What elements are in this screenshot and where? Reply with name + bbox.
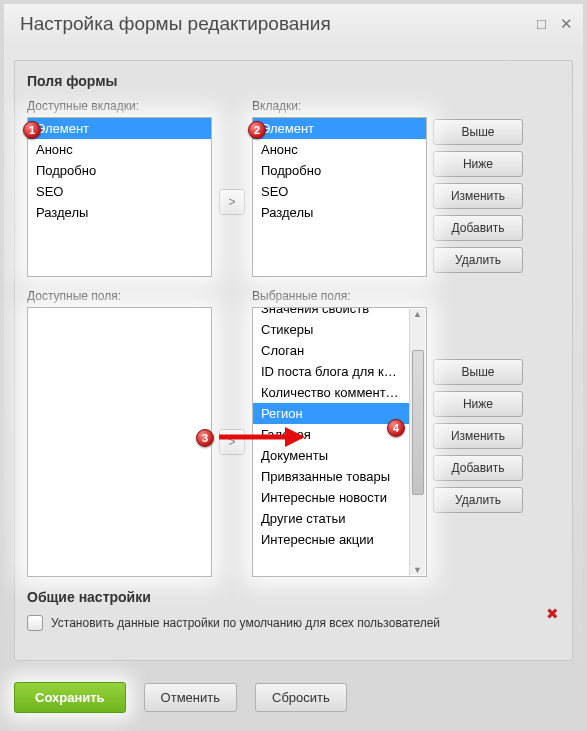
default-checkbox[interactable] bbox=[27, 615, 43, 631]
delete-button-2[interactable]: Удалить bbox=[433, 487, 523, 513]
available-fields-listbox[interactable] bbox=[27, 307, 212, 577]
move-right-button-2[interactable]: > bbox=[219, 429, 245, 455]
close-icon[interactable]: ✕ bbox=[560, 15, 573, 33]
edit-button-2[interactable]: Изменить bbox=[433, 423, 523, 449]
up-button[interactable]: Выше bbox=[433, 119, 523, 145]
tabs-row: Доступные вкладки: ЭлементАнонсПодробноS… bbox=[27, 99, 560, 277]
fields-heading: Поля формы bbox=[27, 73, 560, 89]
titlebar: Настройка формы редактирования □ ✕ bbox=[4, 4, 583, 44]
footer-buttons: Сохранить Отменить Сбросить bbox=[14, 682, 347, 713]
reset-button[interactable]: Сбросить bbox=[255, 683, 347, 712]
list-item[interactable]: ID поста блога для комм bbox=[253, 361, 409, 382]
list-item[interactable]: Подробно bbox=[28, 160, 211, 181]
up-button-2[interactable]: Выше bbox=[433, 359, 523, 385]
available-tabs-label: Доступные вкладки: bbox=[27, 99, 212, 113]
edit-button[interactable]: Изменить bbox=[433, 183, 523, 209]
move-right-button[interactable]: > bbox=[219, 189, 245, 215]
available-tabs-listbox[interactable]: ЭлементАнонсПодробноSEOРазделы bbox=[27, 117, 212, 277]
maximize-icon[interactable]: □ bbox=[537, 15, 546, 33]
save-button[interactable]: Сохранить bbox=[14, 682, 126, 713]
list-item[interactable]: Элемент bbox=[28, 118, 211, 139]
list-item[interactable]: Количество комментари bbox=[253, 382, 409, 403]
list-item[interactable]: Элемент bbox=[253, 118, 426, 139]
list-item[interactable]: SEO bbox=[253, 181, 426, 202]
marker-4: 4 bbox=[387, 419, 405, 437]
add-button[interactable]: Добавить bbox=[433, 215, 523, 241]
available-fields-label: Доступные поля: bbox=[27, 289, 212, 303]
list-item[interactable]: Анонс bbox=[28, 139, 211, 160]
dialog-content: Поля формы Доступные вкладки: ЭлементАно… bbox=[14, 60, 573, 661]
selected-fields-listbox[interactable]: ▲ ▼ Значения свойствСтикерыСлоганID пост… bbox=[252, 307, 427, 577]
list-item[interactable]: Привязанные товары bbox=[253, 466, 409, 487]
list-item[interactable]: Стикеры bbox=[253, 319, 409, 340]
window-title: Настройка формы редактирования bbox=[20, 13, 331, 35]
list-item[interactable]: Интересные акции bbox=[253, 529, 409, 550]
marker-1: 1 bbox=[23, 121, 41, 139]
list-item[interactable]: Документы bbox=[253, 445, 409, 466]
tabs-label: Вкладки: bbox=[252, 99, 427, 113]
default-checkbox-label: Установить данные настройки по умолчанию… bbox=[51, 616, 440, 630]
list-item[interactable]: Слоган bbox=[253, 340, 409, 361]
list-item[interactable]: Галерея bbox=[253, 424, 409, 445]
list-item[interactable]: Разделы bbox=[28, 202, 211, 223]
delete-button[interactable]: Удалить bbox=[433, 247, 523, 273]
list-item[interactable]: SEO bbox=[28, 181, 211, 202]
list-item[interactable]: Анонс bbox=[253, 139, 426, 160]
marker-3: 3 bbox=[196, 429, 214, 447]
add-button-2[interactable]: Добавить bbox=[433, 455, 523, 481]
scroll-thumb[interactable] bbox=[412, 350, 424, 495]
tabs-listbox[interactable]: ЭлементАнонсПодробноSEOРазделы bbox=[252, 117, 427, 277]
down-button-2[interactable]: Ниже bbox=[433, 391, 523, 417]
fields-row: Доступные поля: 3 > Выбранные поля: ▲ ▼ … bbox=[27, 289, 560, 577]
general-heading: Общие настройки bbox=[27, 589, 560, 605]
list-item[interactable]: Подробно bbox=[253, 160, 426, 181]
list-item[interactable]: Разделы bbox=[253, 202, 426, 223]
list-item[interactable]: Значения свойств bbox=[253, 307, 409, 319]
down-button[interactable]: Ниже bbox=[433, 151, 523, 177]
marker-2: 2 bbox=[248, 121, 266, 139]
list-item[interactable]: Другие статьи bbox=[253, 508, 409, 529]
list-item[interactable]: Регион bbox=[253, 403, 409, 424]
general-section: Общие настройки Установить данные настро… bbox=[27, 589, 560, 631]
reset-icon[interactable]: ✖ bbox=[544, 605, 560, 621]
selected-fields-label: Выбранные поля: bbox=[252, 289, 427, 303]
list-item[interactable]: Интересные новости bbox=[253, 487, 409, 508]
cancel-button[interactable]: Отменить bbox=[144, 683, 237, 712]
scroll-up-icon[interactable]: ▲ bbox=[413, 309, 422, 319]
scroll-down-icon[interactable]: ▼ bbox=[413, 565, 422, 575]
dialog-window: Настройка формы редактирования □ ✕ Поля … bbox=[0, 0, 587, 731]
